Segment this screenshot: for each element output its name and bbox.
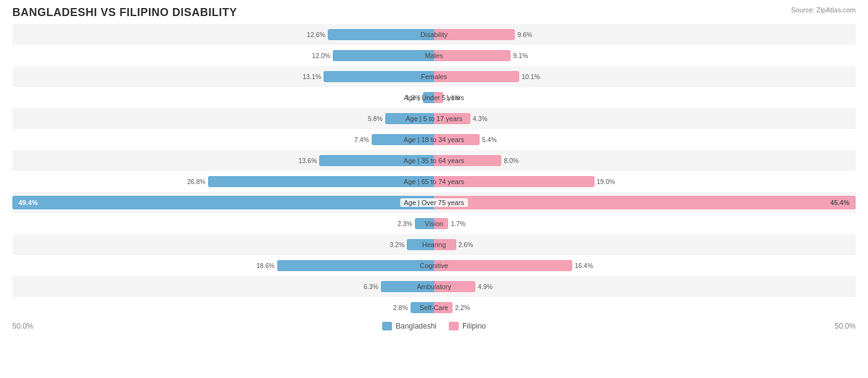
bar-left-bangladeshi bbox=[333, 50, 434, 61]
bar-value-right: 2.6% bbox=[459, 241, 474, 248]
bar-value-left: 13.6% bbox=[298, 157, 317, 164]
bar-value-right: 19.0% bbox=[597, 178, 616, 185]
chart-footer: 50.0% Bangladeshi Filipino 50.0% bbox=[12, 322, 856, 330]
chart-container: BANGLADESHI VS FILIPINO DISABILITY Sourc… bbox=[0, 0, 868, 378]
bar-value-left: 7.4% bbox=[354, 136, 369, 143]
table-row: 18.6%16.4%Cognitive bbox=[12, 255, 856, 276]
legend-item-bangladeshi: Bangladeshi bbox=[382, 322, 436, 330]
bar-value-right: 4.3% bbox=[473, 115, 488, 122]
bar-left-bangladeshi bbox=[277, 260, 434, 271]
bar-value-left: 18.6% bbox=[256, 262, 275, 269]
bar-value-right: 9.1% bbox=[513, 52, 528, 59]
row-label: Females bbox=[421, 73, 447, 80]
bar-value-left: 49.4% bbox=[19, 199, 38, 206]
left-axis-label: 50.0% bbox=[12, 322, 33, 330]
bar-value-left: 5.8% bbox=[368, 115, 383, 122]
bar-left-bangladeshi bbox=[323, 71, 434, 82]
bar-value-left: 13.1% bbox=[303, 73, 321, 80]
bar-left-bangladeshi bbox=[208, 176, 434, 187]
table-row: 13.6%8.0%Age | 35 to 64 years bbox=[12, 150, 856, 171]
bar-value-right: 2.2% bbox=[455, 304, 470, 311]
bar-value-left: 12.6% bbox=[307, 31, 325, 38]
right-axis-label: 50.0% bbox=[835, 322, 856, 330]
bar-value-left: 26.8% bbox=[187, 178, 206, 185]
bar-right-filipino bbox=[434, 50, 511, 61]
table-row: 12.6%9.6%Disability bbox=[12, 24, 856, 45]
row-label: Age | Under 5 years bbox=[404, 94, 464, 101]
bangladeshi-swatch bbox=[382, 322, 392, 330]
row-label: Age | Over 75 years bbox=[400, 198, 468, 207]
table-row: 3.2%2.6%Hearing bbox=[12, 234, 856, 255]
row-label: Hearing bbox=[422, 241, 446, 248]
bar-value-right: 5.4% bbox=[482, 136, 497, 143]
row-label: Vision bbox=[425, 220, 443, 227]
table-row: 12.0%9.1%Males bbox=[12, 45, 856, 66]
row-label: Males bbox=[425, 52, 443, 59]
bar-value-left: 2.8% bbox=[393, 304, 408, 311]
table-row: 2.3%1.7%Vision bbox=[12, 213, 856, 234]
table-row: 6.3%4.9%Ambulatory bbox=[12, 276, 856, 297]
table-row: 7.4%5.4%Age | 18 to 34 years bbox=[12, 129, 856, 150]
table-row: 13.1%10.1%Females bbox=[12, 66, 856, 87]
row-label: Age | 35 to 64 years bbox=[404, 157, 464, 164]
row-label: Cognitive bbox=[420, 262, 448, 269]
legend-item-filipino: Filipino bbox=[449, 322, 486, 330]
row-label: Age | 18 to 34 years bbox=[404, 136, 464, 143]
bar-left-bangladeshi: 49.4% bbox=[12, 196, 434, 209]
bar-right-filipino bbox=[434, 260, 572, 271]
bar-value-right: 1.7% bbox=[451, 220, 465, 227]
bar-value-left: 3.2% bbox=[390, 241, 404, 248]
chart-area: 12.6%9.6%Disability12.0%9.1%Males13.1%10… bbox=[12, 24, 856, 318]
header: BANGLADESHI VS FILIPINO DISABILITY Sourc… bbox=[12, 6, 856, 19]
bar-value-left: 12.0% bbox=[312, 52, 330, 59]
filipino-label: Filipino bbox=[462, 322, 486, 330]
source-label: Source: ZipAtlas.com bbox=[791, 6, 856, 14]
bar-value-left: 6.3% bbox=[364, 283, 378, 290]
bar-left-bangladeshi bbox=[328, 29, 434, 40]
table-row: 49.4%45.4%Age | Over 75 years bbox=[12, 192, 856, 213]
table-row: 26.8%19.0%Age | 65 to 74 years bbox=[12, 171, 856, 192]
row-label: Age | 65 to 74 years bbox=[404, 178, 464, 185]
page-title: BANGLADESHI VS FILIPINO DISABILITY bbox=[12, 6, 237, 19]
table-row: 5.8%4.3%Age | 5 to 17 years bbox=[12, 108, 856, 129]
bar-value-right: 16.4% bbox=[575, 262, 593, 269]
bar-value-right: 9.6% bbox=[517, 31, 532, 38]
bar-value-right: 8.0% bbox=[504, 157, 519, 164]
table-row: 1.3%1.1%Age | Under 5 years bbox=[12, 87, 856, 108]
table-row: 2.8%2.2%Self-Care bbox=[12, 297, 856, 318]
bar-value-right: 45.4% bbox=[830, 199, 849, 206]
bar-value-right: 4.9% bbox=[478, 283, 493, 290]
legend: Bangladeshi Filipino bbox=[33, 322, 835, 330]
bar-value-left: 2.3% bbox=[398, 220, 412, 227]
filipino-swatch bbox=[449, 322, 459, 330]
row-label: Ambulatory bbox=[417, 283, 451, 290]
row-label: Age | 5 to 17 years bbox=[406, 115, 462, 122]
row-label: Disability bbox=[420, 31, 448, 38]
bar-value-right: 10.1% bbox=[522, 73, 540, 80]
row-label: Self-Care bbox=[420, 304, 448, 311]
bar-right-filipino: 45.4% bbox=[434, 196, 856, 209]
bangladeshi-label: Bangladeshi bbox=[396, 322, 436, 330]
